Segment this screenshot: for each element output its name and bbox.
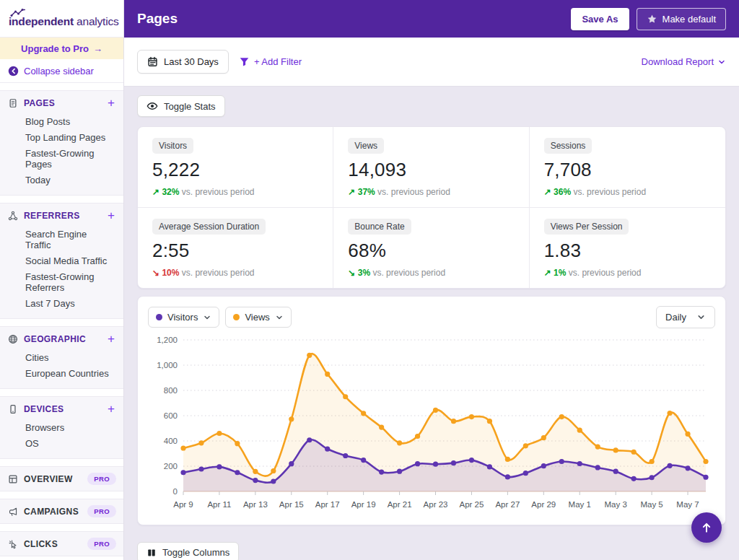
data-point-views[interactable]	[523, 443, 528, 448]
data-point-visitors[interactable]	[307, 437, 312, 442]
sidebar-item[interactable]: Today	[25, 172, 115, 188]
data-point-visitors[interactable]	[577, 461, 582, 466]
sidebar-item[interactable]: Search Engine Traffic	[25, 226, 115, 253]
sidebar-item-clicks[interactable]: CLICKSPRO	[0, 531, 123, 556]
data-point-visitors[interactable]	[343, 453, 348, 458]
data-point-views[interactable]	[180, 445, 185, 450]
data-point-visitors[interactable]	[253, 478, 258, 483]
data-point-views[interactable]	[559, 414, 564, 419]
legend-select-visitors[interactable]: Visitors	[148, 307, 219, 328]
data-point-views[interactable]	[289, 416, 294, 421]
data-point-views[interactable]	[397, 440, 402, 445]
data-point-visitors[interactable]	[451, 460, 456, 465]
data-point-views[interactable]	[379, 425, 384, 430]
data-point-views[interactable]	[415, 434, 420, 439]
toggle-columns-button[interactable]: Toggle Columns	[137, 542, 239, 560]
download-report-link[interactable]: Download Report	[642, 56, 726, 67]
devices-icon	[8, 404, 18, 414]
data-point-views[interactable]	[469, 414, 474, 419]
upgrade-to-pro-link[interactable]: Upgrade to Pro →	[0, 38, 123, 59]
add-report-plus-icon[interactable]: +	[108, 211, 115, 220]
data-point-views[interactable]	[325, 372, 330, 377]
sidebar-item[interactable]: European Countries	[25, 365, 115, 381]
sidebar-item[interactable]: Browsers	[25, 419, 115, 435]
x-axis-label: Apr 25	[460, 500, 484, 509]
sidebar-item[interactable]: Blog Posts	[25, 113, 115, 129]
data-point-visitors[interactable]	[631, 476, 637, 481]
data-point-visitors[interactable]	[523, 471, 528, 476]
data-point-views[interactable]	[343, 394, 348, 399]
sidebar-item[interactable]: Top Landing Pages	[25, 129, 115, 145]
sidebar-group-header-pages[interactable]: PAGES+	[8, 98, 115, 108]
data-point-views[interactable]	[487, 419, 492, 424]
data-point-views[interactable]	[541, 435, 546, 440]
data-point-visitors[interactable]	[379, 469, 384, 474]
data-point-visitors[interactable]	[361, 458, 366, 463]
sidebar-group-header-geographic[interactable]: GEOGRAPHIC+	[8, 334, 115, 344]
data-point-views[interactable]	[433, 408, 438, 413]
sidebar-group-header-devices[interactable]: DEVICES+	[8, 404, 115, 414]
data-point-visitors[interactable]	[198, 466, 204, 471]
data-point-visitors[interactable]	[505, 474, 510, 479]
sidebar-item[interactable]: Cities	[25, 349, 115, 365]
data-point-views[interactable]	[307, 353, 312, 358]
stat-change-suffix: vs. previous period	[375, 187, 450, 197]
data-point-views[interactable]	[198, 440, 204, 445]
data-point-views[interactable]	[613, 447, 618, 452]
sidebar-item[interactable]: Fastest-Growing Referrers	[25, 268, 115, 295]
date-range-button[interactable]: Last 30 Days	[137, 50, 229, 74]
data-point-views[interactable]	[667, 411, 672, 416]
data-point-views[interactable]	[685, 432, 690, 437]
data-point-visitors[interactable]	[271, 478, 276, 484]
data-point-visitors[interactable]	[595, 465, 600, 470]
data-point-visitors[interactable]	[397, 469, 402, 474]
data-point-views[interactable]	[703, 459, 708, 464]
data-point-visitors[interactable]	[180, 470, 185, 475]
data-point-visitors[interactable]	[487, 464, 492, 469]
data-point-visitors[interactable]	[433, 462, 438, 467]
sidebar-item[interactable]: Social Media Traffic	[25, 253, 115, 268]
data-point-views[interactable]	[631, 450, 637, 455]
data-point-views[interactable]	[235, 441, 240, 446]
data-point-visitors[interactable]	[289, 461, 294, 466]
add-report-plus-icon[interactable]: +	[108, 99, 115, 108]
data-point-visitors[interactable]	[217, 464, 222, 469]
scroll-to-top-button[interactable]	[691, 512, 722, 543]
data-point-views[interactable]	[271, 468, 276, 473]
data-point-views[interactable]	[451, 419, 456, 424]
sidebar-item-overview[interactable]: OVERVIEWPRO	[0, 466, 123, 491]
sidebar-item[interactable]: OS	[25, 435, 115, 451]
data-point-visitors[interactable]	[650, 475, 655, 480]
data-point-visitors[interactable]	[559, 459, 564, 464]
data-point-visitors[interactable]	[667, 463, 672, 468]
data-point-views[interactable]	[650, 459, 655, 464]
interval-select[interactable]: Daily	[656, 306, 715, 328]
sidebar-item[interactable]: Last 7 Days	[25, 295, 115, 311]
data-point-visitors[interactable]	[469, 458, 474, 463]
data-point-views[interactable]	[595, 444, 600, 449]
x-axis-label: Apr 15	[279, 500, 304, 509]
sidebar-item-campaigns[interactable]: CAMPAIGNSPRO	[0, 499, 123, 524]
data-point-visitors[interactable]	[235, 470, 240, 475]
data-point-views[interactable]	[577, 428, 582, 433]
sidebar-group-header-referrers[interactable]: REFERRERS+	[8, 211, 115, 221]
data-point-visitors[interactable]	[415, 461, 420, 466]
data-point-visitors[interactable]	[613, 469, 618, 474]
toggle-stats-button[interactable]: Toggle Stats	[137, 95, 225, 117]
data-point-views[interactable]	[253, 469, 258, 474]
data-point-views[interactable]	[505, 457, 510, 462]
add-report-plus-icon[interactable]: +	[108, 405, 115, 414]
data-point-visitors[interactable]	[325, 447, 330, 452]
collapse-sidebar-button[interactable]: Collapse sidebar	[0, 59, 123, 83]
data-point-views[interactable]	[217, 431, 222, 436]
data-point-visitors[interactable]	[685, 465, 690, 471]
legend-select-views[interactable]: Views	[225, 307, 291, 328]
add-filter-button[interactable]: + Add Filter	[239, 56, 302, 67]
data-point-visitors[interactable]	[541, 463, 546, 468]
sidebar-item[interactable]: Fastest-Growing Pages	[25, 145, 115, 172]
data-point-views[interactable]	[361, 411, 366, 416]
add-report-plus-icon[interactable]: +	[108, 335, 115, 344]
data-point-visitors[interactable]	[703, 475, 708, 480]
make-default-button[interactable]: Make default	[637, 8, 726, 30]
save-as-button[interactable]: Save As	[571, 8, 629, 30]
